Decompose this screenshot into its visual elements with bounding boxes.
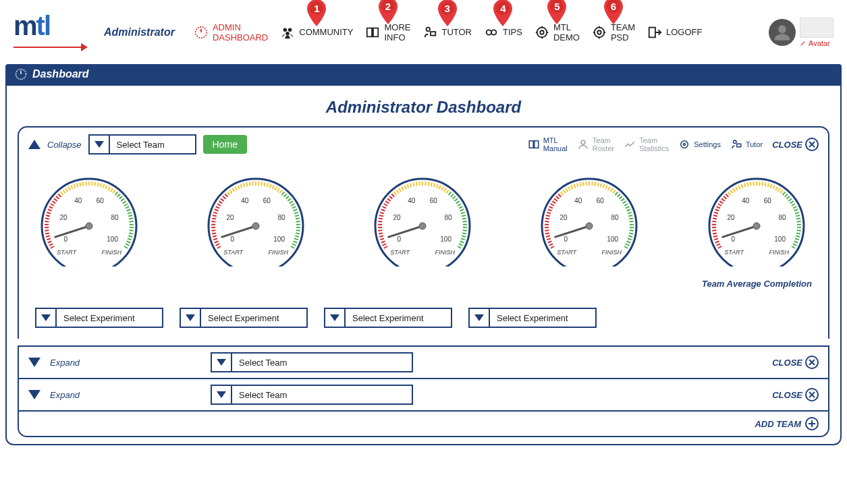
svg-line-260 bbox=[546, 236, 550, 237]
svg-line-375 bbox=[794, 209, 798, 211]
svg-line-229 bbox=[458, 204, 461, 206]
svg-line-268 bbox=[547, 213, 551, 214]
svg-line-150 bbox=[277, 188, 279, 192]
svg-line-100 bbox=[124, 246, 128, 248]
select-experiment-3[interactable]: Select Experiment bbox=[324, 308, 452, 328]
svg-line-233 bbox=[462, 215, 466, 216]
svg-line-78 bbox=[111, 188, 113, 192]
callout-pin-3: 3 bbox=[436, 0, 459, 28]
nav-admin-dashboard[interactable]: ADMINDASHBOARD bbox=[194, 23, 268, 42]
svg-line-134 bbox=[232, 188, 234, 192]
expand-label: Expand bbox=[50, 390, 80, 400]
svg-line-203 bbox=[391, 194, 394, 197]
svg-line-60 bbox=[61, 192, 63, 195]
svg-line-74 bbox=[101, 184, 102, 188]
tool-mtl-manual[interactable]: MTLManual bbox=[528, 137, 568, 152]
avatar-icon[interactable] bbox=[769, 19, 796, 46]
gauge-column-1: 020406080100STARTFINISH bbox=[35, 172, 143, 267]
svg-line-330 bbox=[715, 241, 719, 242]
nav-community[interactable]: 1COMMUNITY bbox=[280, 25, 353, 40]
pencil-icon bbox=[800, 40, 807, 47]
svg-line-345 bbox=[721, 198, 725, 201]
svg-line-274 bbox=[556, 196, 559, 199]
svg-line-282 bbox=[577, 184, 578, 188]
top-navigation-bar: mtl Administrator ADMINDASHBOARD1COMMUNI… bbox=[0, 0, 847, 64]
svg-point-35 bbox=[681, 141, 688, 148]
svg-text:FINISH: FINISH bbox=[102, 249, 122, 256]
svg-text:FINISH: FINISH bbox=[769, 249, 790, 256]
collapse-toggle[interactable] bbox=[28, 140, 40, 149]
svg-line-206 bbox=[399, 188, 401, 192]
svg-line-313 bbox=[628, 239, 632, 240]
svg-line-212 bbox=[416, 182, 417, 186]
svg-line-161 bbox=[295, 215, 299, 216]
svg-text:20: 20 bbox=[393, 214, 401, 221]
select-experiment-4[interactable]: Select Experiment bbox=[468, 308, 597, 328]
row-select-team[interactable]: Select Team bbox=[211, 385, 413, 405]
svg-line-343 bbox=[718, 204, 721, 206]
progress-gauge: 020406080100STARTFINISH bbox=[368, 172, 476, 267]
svg-line-208 bbox=[404, 186, 406, 189]
svg-line-382 bbox=[797, 230, 801, 231]
svg-line-307 bbox=[630, 221, 634, 222]
add-team-button[interactable]: ADD TEAM bbox=[18, 412, 829, 437]
svg-line-226 bbox=[453, 196, 456, 199]
close-team-card[interactable]: CLOSE bbox=[772, 138, 819, 151]
home-button[interactable]: Home bbox=[203, 135, 247, 154]
svg-line-87 bbox=[127, 209, 131, 211]
svg-line-305 bbox=[628, 215, 632, 216]
nav-mtl-demo[interactable]: 5MTLDEMO bbox=[535, 23, 580, 42]
svg-line-126 bbox=[216, 206, 219, 208]
select-experiment-2[interactable]: Select Experiment bbox=[180, 308, 308, 328]
svg-line-140 bbox=[250, 182, 250, 186]
svg-line-171 bbox=[292, 244, 296, 246]
expand-toggle[interactable] bbox=[28, 358, 40, 367]
svg-point-17 bbox=[491, 30, 496, 34]
svg-line-218 bbox=[434, 184, 435, 188]
svg-line-72 bbox=[94, 182, 95, 186]
nav-tutor[interactable]: 3TUTOR bbox=[422, 25, 472, 40]
select-team-dropdown[interactable]: Select Team bbox=[88, 134, 196, 155]
svg-point-11 bbox=[283, 28, 288, 32]
svg-line-157 bbox=[291, 204, 294, 206]
svg-line-85 bbox=[124, 204, 128, 206]
svg-line-135 bbox=[235, 187, 237, 190]
expand-toggle[interactable] bbox=[28, 390, 40, 399]
svg-line-147 bbox=[270, 184, 271, 188]
svg-line-132 bbox=[227, 192, 230, 195]
svg-text:100: 100 bbox=[107, 235, 118, 243]
avatar-edit-link[interactable]: Avatar bbox=[800, 39, 834, 47]
close-row[interactable]: CLOSE bbox=[772, 356, 819, 369]
svg-text:0: 0 bbox=[64, 235, 68, 243]
svg-line-383 bbox=[797, 233, 801, 233]
collapsed-team-row-2: ExpandSelect TeamCLOSE bbox=[18, 379, 829, 412]
svg-line-96 bbox=[128, 236, 132, 237]
svg-line-195 bbox=[379, 215, 383, 216]
nav-more-info[interactable]: 2MOREINFO bbox=[365, 23, 410, 42]
svg-line-351 bbox=[736, 187, 738, 190]
svg-line-277 bbox=[563, 190, 566, 194]
svg-line-194 bbox=[379, 219, 383, 219]
select-experiment-1[interactable]: Select Experiment bbox=[35, 308, 163, 328]
callout-pin-6: 6 bbox=[602, 0, 625, 26]
nav-tips[interactable]: 4TIPS bbox=[484, 25, 522, 40]
nav-logoff[interactable]: LOGOFF bbox=[647, 25, 702, 40]
svg-line-86 bbox=[126, 206, 129, 208]
nav-team-psd[interactable]: 6TEAMPSD bbox=[592, 23, 635, 42]
svg-point-36 bbox=[684, 144, 686, 146]
svg-line-340 bbox=[715, 213, 719, 214]
svg-line-210 bbox=[410, 184, 412, 188]
svg-line-251 bbox=[388, 226, 422, 237]
svg-line-299 bbox=[621, 198, 624, 201]
svg-line-240 bbox=[462, 236, 466, 237]
svg-point-24 bbox=[595, 27, 605, 37]
tool-tutor[interactable]: Tutor bbox=[730, 138, 763, 150]
svg-line-130 bbox=[223, 196, 225, 199]
tool-settings[interactable]: Settings bbox=[678, 138, 721, 150]
svg-line-256 bbox=[551, 246, 554, 248]
svg-line-288 bbox=[595, 182, 595, 186]
row-select-team[interactable]: Select Team bbox=[211, 352, 413, 372]
close-row[interactable]: CLOSE bbox=[772, 388, 819, 401]
svg-point-252 bbox=[419, 223, 426, 229]
svg-line-172 bbox=[291, 246, 294, 248]
